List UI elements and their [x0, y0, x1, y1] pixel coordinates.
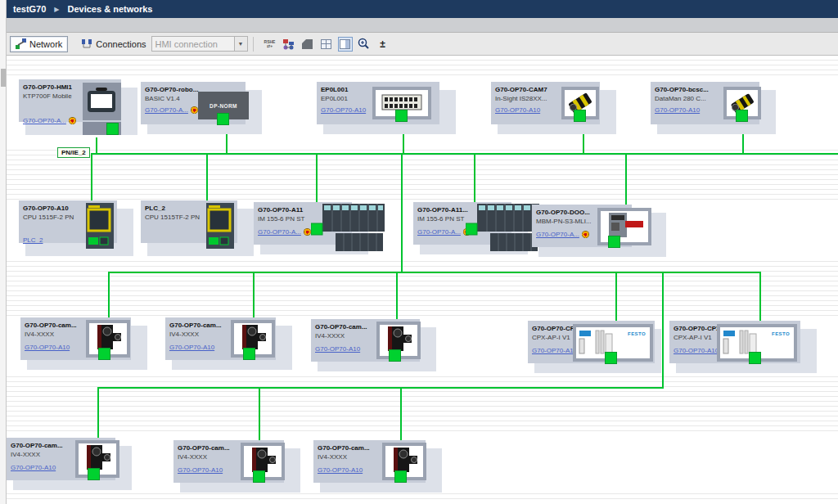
device-node-a11-2[interactable]: G70-OP70-A11... IM 155-6 PN ST G70-OP70-…	[413, 202, 511, 245]
device-node-ep0l001[interactable]: EP0L001 EP0L001 G70-OP70-A10	[317, 82, 439, 124]
iv4-sensor-device-icon[interactable]	[241, 443, 285, 480]
net-line-cam-d[interactable]	[97, 387, 99, 440]
io-rack-device-icon[interactable]	[311, 204, 385, 253]
net-line-a10[interactable]	[91, 153, 92, 204]
iv4-sensor-device-icon[interactable]	[231, 320, 275, 358]
network-canvas[interactable]: PN/IE_2 G70-OP70-HMI1 KTP700F Mobile G70…	[7, 56, 838, 504]
page-break-preview-button[interactable]	[300, 37, 315, 52]
subnet-name-label[interactable]: PN/IE_2	[57, 147, 90, 158]
left-gutter-scrollbar[interactable]	[0, 0, 7, 504]
profinet-port[interactable]	[88, 469, 99, 479]
device-node-cam7[interactable]: G70-OP70-CAM7 In-Sight IS28XX... G70-OP7…	[491, 82, 600, 124]
device-node-cam-c[interactable]: G70-OP70-cam... IV4-XXXX G70-OP70-A10	[311, 319, 420, 362]
device-node-cam-d[interactable]: G70-OP70-cam... IV4-XXXX G70-OP70-A10	[7, 438, 115, 480]
device-assign-link[interactable]: G70-OP70-A10	[495, 106, 540, 114]
device-assign-link[interactable]: G70-OP70-A10	[25, 344, 70, 351]
net-trunk-2[interactable]	[662, 272, 664, 389]
iv4-sensor-device-icon[interactable]	[75, 440, 119, 478]
split-editor-button[interactable]	[338, 37, 353, 52]
device-assign-link[interactable]: G70-OP70-A...	[258, 228, 301, 236]
network-mode-button[interactable]: Network	[10, 36, 68, 52]
device-node-bcsc[interactable]: G70-OP70-bcsc... DataMan 280 C... G70-OP…	[651, 82, 759, 124]
breadcrumb-project[interactable]: testG70	[13, 4, 46, 14]
device-node-cam-e[interactable]: G70-OP70-cam... IV4-XXXX G70-OP70-A10	[173, 440, 284, 483]
device-node-cam-b[interactable]: G70-OP70-cam... IV4-XXXX G70-OP70-A10	[165, 317, 276, 360]
iv4-sensor-device-icon[interactable]	[376, 322, 421, 359]
profinet-port[interactable]	[244, 349, 255, 359]
net-line-doo[interactable]	[625, 153, 627, 209]
connection-type-select[interactable]: HMI connection ▼	[151, 36, 248, 52]
device-node-plc2[interactable]: PLC_2 CPU 1515TF-2 PN	[141, 200, 237, 243]
device-node-a11[interactable]: G70-OP70-A11 IM 155-6 PN ST G70-OP70-A..…	[254, 202, 352, 245]
iv4-sensor-device-icon[interactable]	[86, 320, 130, 358]
device-node-hmi1[interactable]: G70-OP70-HMI1 KTP700F Mobile G70-OP70-A.…	[19, 79, 121, 122]
device-node-doo[interactable]: G70-OP70-DOO... MBM-PN-S3-MLI... G70-OP7…	[532, 205, 632, 247]
scroll-thumb[interactable]	[1, 69, 6, 87]
hmi-device-icon[interactable]	[83, 83, 121, 120]
device-assign-link[interactable]: G70-OP70-A10	[169, 344, 214, 351]
device-assign-link[interactable]: G70-OP70-A10	[11, 464, 56, 471]
profinet-port[interactable]	[218, 114, 228, 124]
net-line-plc2[interactable]	[206, 153, 208, 202]
iv4-sensor-device-icon[interactable]	[382, 443, 426, 480]
device-assign-link[interactable]: PLC_2	[23, 236, 43, 244]
net-line-cam-a[interactable]	[108, 272, 110, 322]
device-node-cam-a[interactable]: G70-OP70-cam... IV4-XXXX G70-OP70-A10	[20, 317, 131, 360]
io-connector-device-icon[interactable]	[372, 87, 431, 119]
net-line-cam-c[interactable]	[396, 272, 398, 324]
io-rack-device-icon[interactable]	[466, 204, 539, 253]
cpu-device-icon[interactable]	[203, 203, 236, 250]
profinet-port[interactable]	[254, 471, 264, 482]
net-line-a11[interactable]	[316, 153, 318, 207]
profinet-port[interactable]	[395, 471, 406, 482]
device-node-a10[interactable]: G70-OP70-A10 CPU 1515F-2 PN PLC_2	[19, 200, 117, 243]
table-view-button[interactable]	[319, 37, 334, 52]
profinet-port[interactable]	[609, 236, 619, 247]
device-node-cpx2[interactable]: G70-OP70-CPX-... CPX-AP-I V1 G70-OP70-A1…	[669, 321, 800, 363]
device-node-cpx1[interactable]: G70-OP70-CPX-... CPX-AP-I V1 G70-OP70-A1…	[528, 321, 655, 363]
device-node-robo[interactable]: G70-OP70-robo... BASIC V1.4 G70-OP70-A..…	[141, 82, 246, 124]
cpx-device-icon[interactable]: FESTO	[573, 324, 653, 362]
net-trunk-1[interactable]	[401, 153, 403, 273]
device-assign-link[interactable]: G70-OP70-A10	[674, 347, 719, 354]
net-line-cpx1[interactable]	[615, 272, 617, 324]
device-assign-link[interactable]: G70-OP70-A...	[23, 117, 66, 124]
net-line-hmi[interactable]	[96, 137, 97, 153]
net-line-a11-2[interactable]	[474, 153, 475, 207]
fit-to-view-button[interactable]: ±	[376, 37, 390, 52]
device-assign-link[interactable]: G70-OP70-A10	[321, 106, 366, 114]
show-address-labels-button[interactable]: RSHE⇄+	[263, 37, 277, 52]
net-line-cpx2[interactable]	[759, 272, 761, 324]
connections-mode-button[interactable]: Connections	[76, 36, 151, 52]
device-assign-link[interactable]: G70-OP70-A10	[532, 347, 577, 354]
mbm-device-icon[interactable]	[597, 208, 651, 245]
profinet-port[interactable]	[574, 110, 585, 121]
profinet-port[interactable]	[737, 110, 747, 121]
insight-camera-device-icon[interactable]	[561, 87, 599, 119]
net-line-cam-e[interactable]	[259, 387, 260, 441]
device-assign-link[interactable]: G70-OP70-A...	[417, 228, 461, 236]
dataman-camera-device-icon[interactable]	[723, 87, 761, 119]
dropdown-arrow-icon[interactable]: ▼	[234, 37, 247, 51]
highlight-subnets-button[interactable]	[282, 37, 296, 52]
cpx-device-icon[interactable]: FESTO	[717, 324, 797, 362]
device-node-cam-f[interactable]: G70-OP70-cam... IV4-XXXX G70-OP70-A10	[313, 440, 426, 483]
subnet-bus-3[interactable]	[97, 387, 664, 389]
profinet-port[interactable]	[606, 353, 616, 363]
device-assign-link[interactable]: G70-OP70-A10	[315, 345, 360, 353]
profinet-port[interactable]	[396, 110, 407, 121]
net-line-cam-f[interactable]	[400, 387, 402, 441]
profinet-port[interactable]	[390, 350, 400, 361]
device-assign-link[interactable]: G70-OP70-A10	[318, 466, 363, 474]
profinet-port[interactable]	[750, 353, 760, 363]
profinet-port[interactable]	[99, 349, 110, 359]
subnet-bus-1[interactable]	[92, 153, 838, 155]
net-line-cam-b[interactable]	[253, 272, 255, 322]
profinet-port[interactable]	[107, 124, 118, 134]
device-assign-link[interactable]: G70-OP70-A...	[536, 231, 579, 238]
device-assign-link[interactable]: G70-OP70-A10	[655, 106, 700, 114]
device-assign-link[interactable]: G70-OP70-A...	[145, 106, 188, 114]
dp-norm-device-icon[interactable]: DP-NORM	[198, 92, 249, 119]
cpu-device-icon[interactable]	[83, 203, 115, 250]
device-assign-link[interactable]: G70-OP70-A10	[178, 466, 223, 474]
